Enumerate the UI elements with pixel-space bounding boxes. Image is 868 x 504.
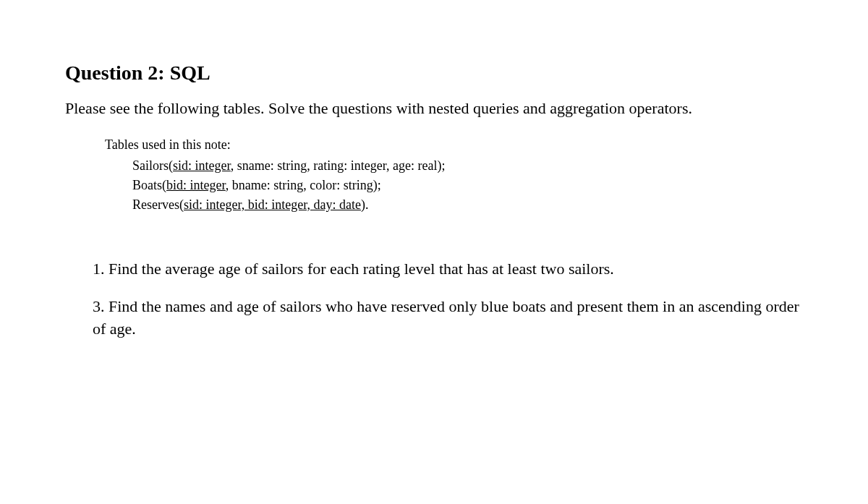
question-number: 3. [93,297,105,315]
intro-text: Please see the following tables. Solve t… [65,98,803,119]
question-number: 1. [93,260,105,278]
question-item-1: 1. Find the average age of sailors for e… [93,258,803,281]
question-item-3: 3. Find the names and age of sailors who… [93,296,803,341]
question-text: Find the average age of sailors for each… [109,260,614,278]
questions-list: 1. Find the average age of sailors for e… [93,258,803,341]
tables-block: Tables used in this note: Sailors(sid: i… [105,135,803,215]
question-title: Question 2: SQL [65,61,803,85]
table-def-reserves: Reserves(sid: integer, bid: integer, day… [132,195,803,215]
table-key: sid: integer [173,158,231,173]
question-text: Find the names and age of sailors who ha… [93,297,799,338]
table-rest: ). [361,197,369,212]
tables-heading: Tables used in this note: [105,135,803,155]
table-key: bid: integer [166,178,226,192]
table-name: Boats [132,178,162,192]
table-def-boats: Boats(bid: integer, bname: string, color… [132,176,803,195]
table-name: Sailors [132,158,169,173]
table-name: Reserves [132,197,179,212]
table-rest: , bname: string, color: string); [226,178,381,192]
table-def-sailors: Sailors(sid: integer, sname: string, rat… [132,156,803,176]
table-rest: , sname: string, rating: integer, age: r… [231,158,446,173]
table-key: sid: integer, bid: integer, day: date [184,197,361,212]
